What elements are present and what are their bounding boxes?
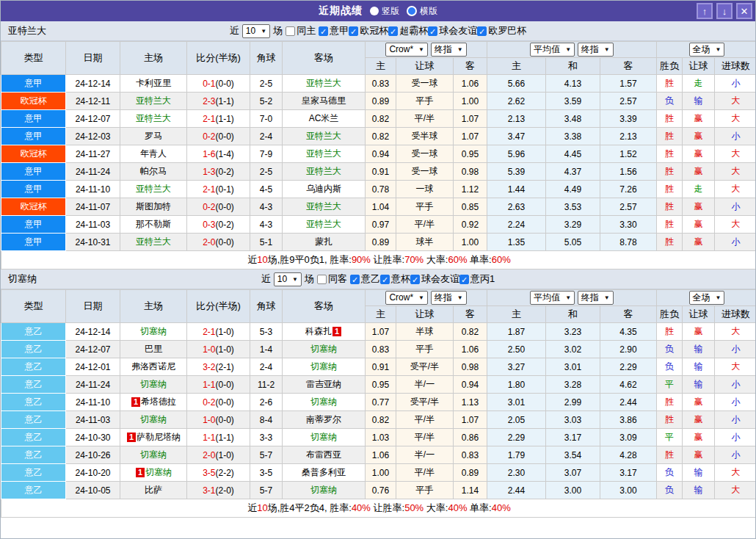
result: 负: [657, 482, 683, 499]
odds-source-select[interactable]: Crow*▼: [385, 291, 428, 305]
handicap: 平/半: [396, 411, 454, 429]
handicap-result: 输: [683, 358, 715, 376]
scope-select[interactable]: 全场▼: [689, 43, 725, 57]
move-down-button[interactable]: ↓: [716, 3, 733, 19]
away-team: 亚特兰大: [283, 198, 366, 216]
matches-body: 意甲24-12-14卡利亚里0-1(0-0)2-5亚特兰大0.83受一球1.06…: [1, 75, 756, 251]
fulltime-score: 2-0: [203, 237, 215, 247]
league-badge: 意甲: [1, 234, 66, 251]
section-filter-bar: 切塞纳 近 10▼ 场 同客 ✓意乙✓意杯✓球会友谊✓意丙1: [1, 270, 755, 289]
match-score: 1-3(0-2): [187, 163, 250, 181]
league-badge: 意甲: [1, 181, 66, 198]
checkbox-checked-icon[interactable]: ✓: [350, 275, 360, 284]
avg-draw-odds: 4.49: [546, 181, 600, 198]
league-badge: 意乙: [1, 464, 66, 482]
avg-odds-group: 平均值▼ 终指▼: [487, 42, 657, 58]
summary-segment: 40%: [492, 502, 511, 513]
league-badge: 意乙: [1, 323, 66, 341]
league-filter[interactable]: ✓超霸杯: [388, 24, 428, 37]
league-filter[interactable]: ✓欧罗巴杯: [477, 24, 526, 37]
odds-time-select[interactable]: 终指▼: [431, 43, 467, 57]
team-section: 切塞纳 近 10▼ 场 同客 ✓意乙✓意杯✓球会友谊✓意丙1 类型 日期 主场: [1, 270, 755, 518]
fulltime-score: 1-3: [203, 167, 215, 177]
goals-result: 大: [715, 145, 756, 163]
league-filter[interactable]: ✓球会友谊: [410, 272, 459, 286]
avg-away-odds: 3.00: [600, 482, 657, 499]
match-date: 24-10-31: [66, 234, 120, 251]
league-filter[interactable]: ✓球会友谊: [428, 24, 477, 37]
corner-score: 2-4: [250, 128, 283, 145]
home-odds: 1.03: [366, 429, 396, 446]
games-count-select[interactable]: 10▼: [274, 272, 302, 286]
filter-controls: 近 10▼ 场 同客 ✓意乙✓意杯✓球会友谊✓意丙1: [261, 272, 495, 286]
same-venue-filter[interactable]: 同客: [317, 272, 347, 286]
league-filter[interactable]: ✓欧冠杯: [349, 24, 388, 37]
home-team: 斯图加特: [120, 198, 187, 216]
odds-time-select[interactable]: 终指▼: [431, 291, 467, 305]
checkbox-checked-icon[interactable]: ✓: [477, 26, 487, 36]
same-venue-filter[interactable]: 同主: [286, 24, 316, 37]
corner-score: 5-7: [250, 482, 283, 499]
team-name: 亚特兰大: [306, 166, 341, 176]
checkbox-checked-icon[interactable]: ✓: [388, 26, 398, 36]
games-count-value: 10: [277, 274, 287, 284]
close-button[interactable]: ✕: [736, 3, 752, 19]
avg-time-select[interactable]: 终指▼: [578, 291, 614, 305]
halftime-score: (2-2): [216, 468, 234, 478]
home-team: 帕尔马: [120, 163, 187, 181]
col-goals: 进球数: [715, 306, 756, 323]
checkbox-checked-icon[interactable]: ✓: [380, 275, 390, 284]
league-filter[interactable]: ✓意乙: [350, 272, 380, 286]
match-score: 3-1(2-0): [187, 482, 250, 499]
checkbox-checked-icon[interactable]: ✓: [459, 275, 469, 284]
checkbox-checked-icon[interactable]: ✓: [410, 275, 420, 284]
avg-home-odds: 3.47: [487, 128, 546, 145]
radio-selected-icon[interactable]: [407, 6, 417, 16]
team-name: 桑普多利亚: [302, 467, 346, 477]
avg-home-odds: 2.24: [487, 216, 546, 234]
league-filter[interactable]: ✓意甲: [319, 24, 349, 37]
halftime-score: (1-1): [216, 96, 234, 106]
team-name: 年青人: [140, 148, 167, 159]
layout-radio-horizontal[interactable]: 横版: [407, 5, 437, 18]
checkbox-checked-icon[interactable]: ✓: [319, 26, 328, 36]
summary-segment: 50%: [404, 502, 424, 513]
halftime-score: (1-4): [216, 149, 234, 159]
goals-result: 小: [715, 376, 756, 394]
scope-select[interactable]: 全场▼: [689, 291, 725, 305]
checkbox-unchecked-icon[interactable]: [317, 275, 327, 284]
home-odds: 1.00: [366, 464, 396, 482]
checkbox-unchecked-icon[interactable]: [286, 26, 295, 36]
games-count-select[interactable]: 10▼: [242, 24, 270, 38]
avg-select[interactable]: 平均值▼: [530, 43, 575, 57]
layout-radio-vertical[interactable]: 竖版: [370, 5, 399, 18]
avg-home-odds: 2.05: [487, 411, 546, 429]
goals-result: 小: [715, 198, 756, 216]
radio-unselected-icon[interactable]: [370, 7, 379, 15]
corner-score: 5-2: [250, 93, 283, 110]
halftime-score: (0-0): [216, 79, 234, 89]
summary-segment: 40%: [448, 502, 467, 513]
handicap: 受一球: [396, 163, 454, 181]
move-up-button[interactable]: ↑: [697, 3, 713, 19]
result: 胜: [657, 234, 683, 251]
result: 负: [657, 341, 683, 358]
league-filter[interactable]: ✓意丙1: [459, 272, 495, 286]
odds-source-select[interactable]: Crow*▼: [385, 43, 428, 57]
league-filter[interactable]: ✓意杯: [380, 272, 410, 286]
match-row: 欧冠杯24-12-11亚特兰大2-3(1-1)5-2皇家马德里0.89平手1.0…: [1, 93, 756, 110]
corner-score: 5-3: [250, 323, 283, 341]
match-row: 意甲24-10-31亚特兰大2-0(0-0)5-1蒙扎0.89球半1.001.3…: [1, 234, 756, 251]
team-name-heading: 亚特兰大: [8, 24, 46, 37]
games-suffix-label: 场: [273, 24, 283, 37]
away-odds: 1.07: [454, 110, 487, 128]
halftime-score: (1-0): [216, 344, 234, 355]
avg-select[interactable]: 平均值▼: [530, 291, 575, 305]
handicap: 平手: [396, 198, 454, 216]
checkbox-checked-icon[interactable]: ✓: [428, 26, 437, 36]
avg-time-select[interactable]: 终指▼: [578, 43, 614, 57]
away-team: 切塞纳: [283, 341, 366, 358]
checkbox-checked-icon[interactable]: ✓: [349, 26, 358, 36]
away-odds: 1.07: [454, 411, 487, 429]
away-odds: 0.92: [454, 216, 487, 234]
